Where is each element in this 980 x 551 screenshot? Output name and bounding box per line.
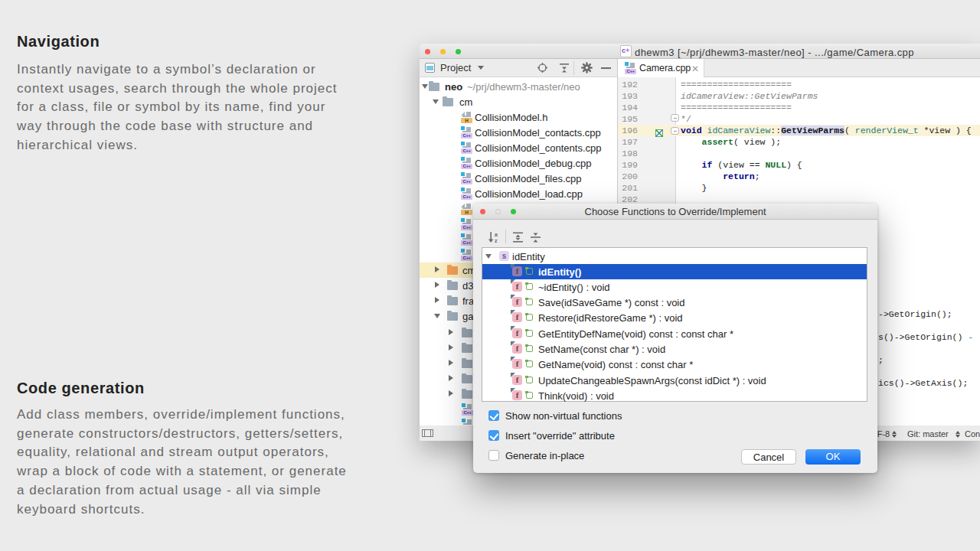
svg-text:a: a [495,232,498,237]
svg-text:z: z [495,238,498,243]
